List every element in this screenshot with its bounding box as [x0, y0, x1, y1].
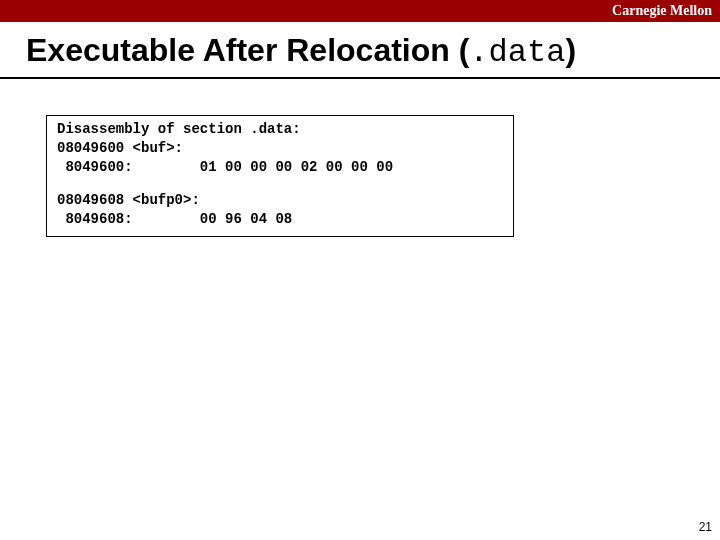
title-suffix: ) [565, 32, 576, 68]
code-line: Disassembly of section .data: [57, 120, 503, 139]
slide-title: Executable After Relocation (.data) [26, 32, 694, 71]
header-bar: Carnegie Mellon [0, 0, 720, 22]
code-line: 8049600: 01 00 00 00 02 00 00 00 [57, 158, 503, 177]
title-container: Executable After Relocation (.data) [0, 22, 720, 79]
title-mono: .data [469, 34, 565, 71]
brand-label: Carnegie Mellon [612, 3, 712, 19]
title-prefix: Executable After Relocation ( [26, 32, 469, 68]
page-number: 21 [699, 520, 712, 534]
code-line: 8049608: 00 96 04 08 [57, 210, 503, 229]
code-line: 08049600 <buf>: [57, 139, 503, 158]
code-line: 08049608 <bufp0>: [57, 191, 503, 210]
code-gap [57, 177, 503, 191]
disassembly-box: Disassembly of section .data: 08049600 <… [46, 115, 514, 237]
